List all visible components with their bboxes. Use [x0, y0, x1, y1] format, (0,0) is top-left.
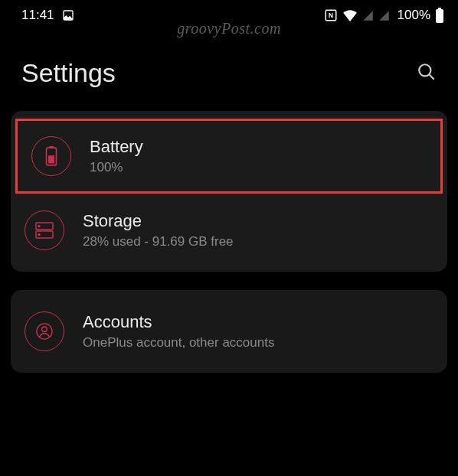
- status-right: N 100%: [324, 8, 444, 23]
- svg-rect-9: [49, 156, 54, 163]
- battery-row-text: Battery 100%: [90, 137, 143, 175]
- accounts-row-text: Accounts OnePlus account, other accounts: [83, 312, 274, 350]
- battery-row-title: Battery: [90, 137, 143, 157]
- wifi-icon: [342, 9, 358, 21]
- svg-point-5: [419, 64, 430, 76]
- signal-icon-1: [362, 10, 374, 21]
- svg-line-6: [429, 74, 434, 80]
- storage-row-text: Storage 28% used - 91.69 GB free: [83, 211, 234, 249]
- accounts-row[interactable]: Accounts OnePlus account, other accounts: [11, 296, 447, 367]
- nfc-icon: N: [324, 8, 338, 22]
- settings-list: Battery 100% Storage 28% used - 91.69 GB…: [0, 111, 458, 373]
- battery-row-icon: [31, 136, 71, 176]
- search-icon[interactable]: [417, 62, 437, 85]
- battery-row[interactable]: Battery 100%: [15, 119, 443, 194]
- accounts-row-title: Accounts: [83, 312, 274, 332]
- page-title: Settings: [21, 58, 116, 88]
- svg-point-13: [38, 234, 40, 236]
- battery-row-subtitle: 100%: [90, 160, 143, 175]
- accounts-card: Accounts OnePlus account, other accounts: [11, 290, 447, 373]
- accounts-row-icon: [25, 311, 64, 351]
- battery-icon: [435, 8, 444, 23]
- svg-rect-3: [438, 8, 441, 9]
- signal-icon-2: [378, 10, 390, 21]
- status-time: 11:41: [21, 8, 54, 23]
- accounts-row-subtitle: OnePlus account, other accounts: [83, 335, 274, 350]
- device-card: Battery 100% Storage 28% used - 91.69 GB…: [11, 111, 447, 272]
- svg-point-12: [38, 226, 40, 227]
- status-battery-pct: 100%: [397, 8, 430, 23]
- svg-text:N: N: [329, 12, 333, 19]
- storage-row-icon: [25, 210, 64, 250]
- storage-row[interactable]: Storage 28% used - 91.69 GB free: [11, 195, 447, 266]
- status-bar: 11:41 N 100%: [0, 0, 458, 28]
- header: Settings: [0, 28, 458, 111]
- storage-row-subtitle: 28% used - 91.69 GB free: [83, 234, 234, 249]
- status-left: 11:41: [21, 8, 74, 23]
- storage-row-title: Storage: [83, 211, 234, 231]
- image-icon: [62, 9, 74, 21]
- svg-point-15: [42, 327, 47, 331]
- svg-rect-4: [436, 9, 443, 23]
